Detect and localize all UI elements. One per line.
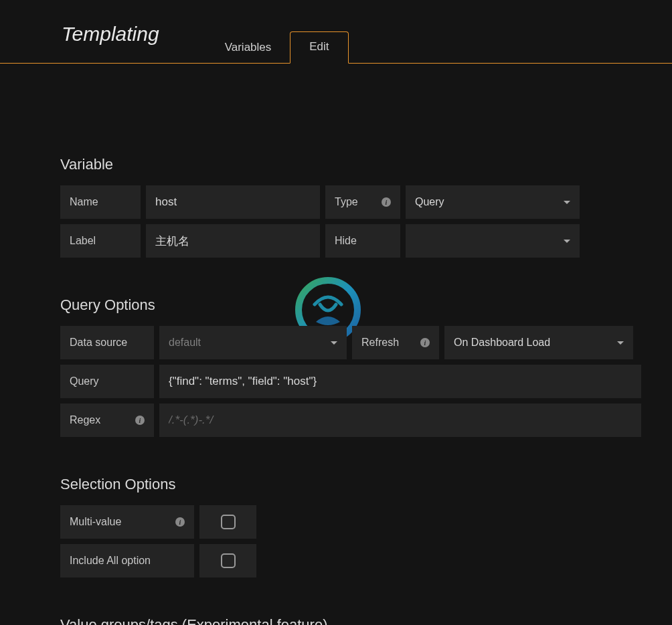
label-refresh: Refresh i (352, 326, 439, 359)
row-multi: Multi-value i (60, 505, 652, 539)
checkbox-icon (221, 553, 236, 568)
label-multi: Multi-value i (60, 505, 194, 539)
row-include-all: Include All option (60, 544, 652, 577)
label-query: Query (60, 365, 154, 398)
datasource-value: default (169, 337, 201, 349)
tab-variables[interactable]: Variables (206, 33, 290, 64)
label-regex: Regex i (60, 404, 154, 437)
label-refresh-text: Refresh (361, 337, 399, 349)
hide-select[interactable] (406, 224, 580, 258)
row-name-type: Name Type i Query (60, 185, 652, 219)
refresh-select[interactable]: On Dashboard Load (444, 326, 633, 359)
query-input[interactable] (169, 375, 632, 388)
label-label: Label (60, 224, 141, 258)
include-all-checkbox[interactable] (199, 544, 256, 577)
tab-edit[interactable]: Edit (290, 31, 348, 64)
label-hide: Hide (325, 224, 400, 258)
name-input[interactable] (155, 195, 311, 209)
page-header: Templating Variables Edit (0, 0, 672, 64)
row-label-hide: Label Hide (60, 224, 652, 258)
info-icon[interactable]: i (135, 416, 145, 425)
label-multi-text: Multi-value (70, 516, 121, 528)
caret-down-icon (564, 240, 570, 243)
caret-down-icon (331, 341, 337, 345)
caret-down-icon (617, 341, 624, 345)
query-input-wrap (159, 365, 641, 398)
multi-value-checkbox[interactable] (199, 505, 256, 539)
info-icon[interactable]: i (420, 338, 430, 347)
refresh-value: On Dashboard Load (454, 337, 550, 349)
regex-input[interactable] (169, 414, 632, 427)
caret-down-icon (564, 201, 570, 204)
type-select-value: Query (415, 196, 444, 208)
label-datasource: Data source (60, 326, 154, 359)
datasource-select[interactable]: default (159, 326, 347, 359)
info-icon[interactable]: i (382, 197, 391, 207)
section-selection-title: Selection Options (60, 476, 652, 493)
section-variable-title: Variable (60, 156, 652, 173)
checkbox-icon (221, 515, 236, 529)
row-query: Query (60, 365, 652, 398)
regex-input-wrap (159, 404, 641, 437)
input-label-wrap (146, 224, 320, 258)
type-select[interactable]: Query (406, 185, 580, 219)
input-name-wrap (146, 185, 320, 219)
label-input[interactable] (155, 234, 311, 248)
row-regex: Regex i (60, 404, 652, 437)
row-datasource-refresh: Data source default Refresh i On Dashboa… (60, 326, 652, 359)
label-regex-text: Regex (70, 414, 100, 426)
label-type: Type i (325, 185, 400, 219)
section-value-groups-title: Value groups/tags (Experimental feature) (60, 616, 652, 625)
section-query-title: Query Options (60, 296, 652, 314)
content: Variable Name Type i Query Label Hide Qu… (0, 64, 672, 625)
page-title: Templating (62, 23, 159, 63)
label-include-all: Include All option (60, 544, 194, 577)
info-icon[interactable]: i (175, 517, 185, 527)
label-type-text: Type (335, 196, 358, 208)
label-name: Name (60, 185, 141, 219)
